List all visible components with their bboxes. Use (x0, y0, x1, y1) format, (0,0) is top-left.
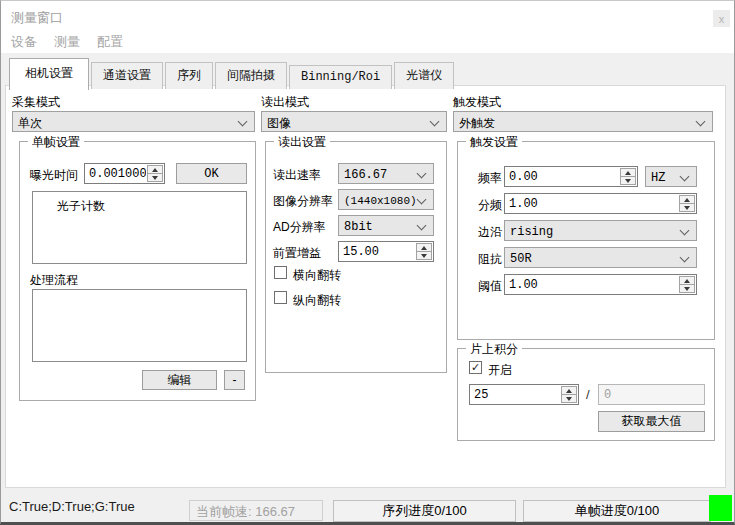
readout-mode-label: 读出模式 (261, 94, 309, 111)
sequence-progressbar: 序列进度0/100 (333, 500, 516, 522)
chevron-down-icon (417, 169, 427, 179)
divider-stepper[interactable]: 1.00 (504, 193, 697, 214)
flip-horizontal-checkbox[interactable] (274, 266, 287, 279)
spin-up-icon[interactable] (148, 166, 162, 174)
edge-label: 边沿 (478, 224, 502, 241)
frame-progressbar: 单帧进度0/100 (523, 500, 711, 522)
integration-enable-label[interactable]: 开启 (488, 362, 512, 379)
on-chip-integration-group: 片上积分 ✓ 开启 25 / 0 获取最大值 (457, 348, 715, 441)
single-frame-group-title: 单帧设置 (28, 134, 84, 151)
close-icon[interactable]: x (713, 10, 730, 27)
trigger-settings-group-title: 触发设置 (466, 134, 522, 151)
remove-button[interactable]: - (224, 370, 245, 390)
status-bar: C:True;D:True;G:True 当前帧速: 166.67 序列进度0/… (1, 488, 734, 522)
exposure-time-stepper[interactable]: 0.001000 (84, 163, 165, 184)
frequency-label: 频率 (478, 170, 502, 187)
check-icon: ✓ (471, 362, 480, 373)
ratio-separator: / (586, 387, 590, 402)
ad-resolution-select[interactable]: 8bit (338, 215, 434, 236)
process-flow-list[interactable] (32, 289, 247, 362)
tab-binning-roi[interactable]: Binning/Roi (289, 65, 392, 89)
device-flags-text: C:True;D:True;G:True (9, 499, 135, 514)
divider-label: 分频 (478, 197, 502, 214)
tab-spectrometer[interactable]: 光谱仪 (394, 62, 454, 89)
readout-settings-group: 读出设置 读出速率 166.67 图像分辨率 (1440x1080) AD分辨率… (265, 141, 447, 373)
acquisition-mode-label: 采集模式 (12, 94, 60, 111)
integration-max-field: 0 (598, 384, 705, 405)
readout-settings-group-title: 读出设置 (274, 134, 330, 151)
edit-button[interactable]: 编辑 (142, 370, 217, 390)
flip-vertical-label[interactable]: 纵向翻转 (293, 292, 341, 309)
spin-up-icon[interactable] (417, 244, 431, 252)
trigger-mode-label: 触发模式 (453, 94, 501, 111)
readout-mode-select[interactable]: 图像 (261, 111, 447, 132)
acquisition-mode-select[interactable]: 单次 (12, 111, 255, 132)
current-framerate-box: 当前帧速: 166.67 (189, 500, 323, 521)
get-max-button[interactable]: 获取最大值 (598, 411, 705, 432)
chevron-down-icon (680, 172, 690, 182)
tab-sequence[interactable]: 序列 (165, 62, 213, 89)
ad-resolution-label: AD分辨率 (273, 219, 326, 236)
tab-interval-shooting[interactable]: 间隔拍摄 (215, 62, 287, 89)
edge-select[interactable]: rising (504, 220, 697, 241)
chevron-down-icon (238, 117, 248, 127)
tab-bar: 相机设置 通道设置 序列 间隔拍摄 Binning/Roi 光谱仪 (9, 58, 456, 89)
spin-down-icon[interactable] (417, 252, 431, 259)
spin-up-icon[interactable] (621, 169, 635, 177)
flip-vertical-checkbox[interactable] (274, 291, 287, 304)
tab-channel-settings[interactable]: 通道设置 (91, 62, 163, 89)
title-bar: 测量窗口 x (1, 1, 734, 31)
integration-enable-checkbox[interactable]: ✓ (469, 361, 482, 374)
camera-settings-panel: 采集模式 单次 单帧设置 曝光时间 0.001000 OK 光子计数 (5, 85, 726, 488)
impedance-label: 阻抗 (478, 251, 502, 268)
chevron-down-icon (680, 226, 690, 236)
single-frame-group: 单帧设置 曝光时间 0.001000 OK 光子计数 处理流程 编辑 - (19, 141, 256, 401)
status-indicator (709, 495, 732, 521)
pre-gain-label: 前置增益 (273, 245, 321, 262)
on-chip-integration-group-title: 片上积分 (466, 341, 522, 358)
menu-config[interactable]: 配置 (97, 33, 123, 51)
spin-down-icon[interactable] (621, 177, 635, 184)
menu-bar: 设备 测量 配置 (11, 33, 123, 51)
list-item-photon-count[interactable]: 光子计数 (33, 192, 246, 215)
trigger-settings-group: 触发设置 频率 0.00 HZ 分频 1.00 (457, 141, 715, 340)
menu-device[interactable]: 设备 (11, 33, 37, 51)
chevron-down-icon (430, 117, 440, 127)
window-title: 测量窗口 (11, 9, 63, 27)
readout-rate-select[interactable]: 166.67 (338, 163, 434, 184)
frequency-unit-select[interactable]: HZ (645, 166, 697, 187)
chevron-down-icon (417, 195, 427, 205)
threshold-label: 阈值 (478, 278, 502, 295)
impedance-select[interactable]: 50R (504, 247, 697, 268)
ok-button[interactable]: OK (176, 163, 247, 184)
mode-list[interactable]: 光子计数 (32, 191, 247, 264)
exposure-time-label: 曝光时间 (30, 167, 78, 184)
chevron-down-icon (417, 221, 427, 231)
spin-down-icon[interactable] (680, 204, 694, 211)
spin-up-icon[interactable] (562, 387, 576, 395)
integration-count-stepper[interactable]: 25 (469, 384, 579, 405)
chevron-down-icon (680, 253, 690, 263)
spin-down-icon[interactable] (148, 174, 162, 181)
spin-down-icon[interactable] (680, 285, 694, 292)
measurement-window: 测量窗口 x 设备 测量 配置 相机设置 通道设置 序列 间隔拍摄 Binnin… (0, 0, 735, 525)
spin-up-icon[interactable] (680, 196, 694, 204)
image-resolution-select[interactable]: (1440x1080) (338, 189, 434, 210)
chevron-down-icon (696, 117, 706, 127)
flip-horizontal-label[interactable]: 横向翻转 (293, 267, 341, 284)
readout-rate-label: 读出速率 (273, 167, 321, 184)
image-resolution-label: 图像分辨率 (273, 193, 333, 210)
pre-gain-stepper[interactable]: 15.00 (338, 241, 434, 262)
frequency-stepper[interactable]: 0.00 (504, 166, 638, 187)
tab-camera-settings[interactable]: 相机设置 (9, 58, 89, 90)
menu-measure[interactable]: 测量 (54, 33, 80, 51)
window-body: 相机设置 通道设置 序列 间隔拍摄 Binning/Roi 光谱仪 采集模式 单… (1, 53, 734, 522)
threshold-stepper[interactable]: 1.00 (504, 274, 697, 295)
trigger-mode-select[interactable]: 外触发 (453, 111, 713, 132)
spin-up-icon[interactable] (680, 277, 694, 285)
spin-down-icon[interactable] (562, 395, 576, 402)
process-flow-label: 处理流程 (30, 272, 78, 289)
